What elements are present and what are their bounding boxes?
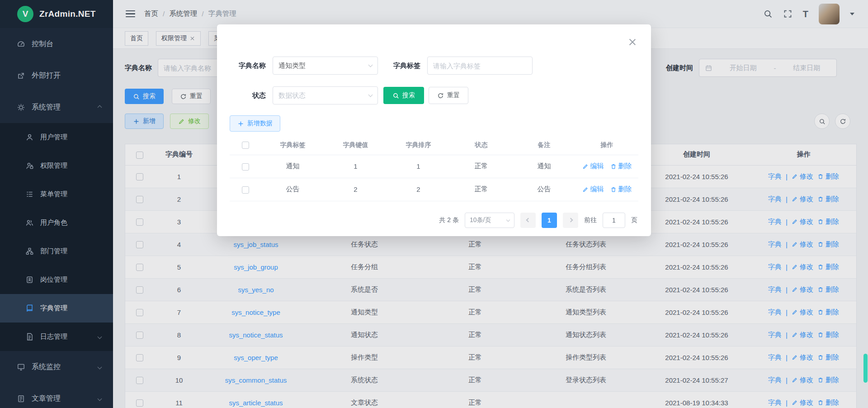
delete-icon [610, 186, 617, 193]
cell-remark: 通知 [513, 155, 576, 178]
edit-icon [582, 186, 589, 193]
header-remark: 备注 [513, 136, 576, 155]
plus-icon [237, 120, 244, 127]
page-size-select[interactable]: 10条/页 [465, 213, 514, 228]
select-all-checkbox[interactable] [242, 142, 249, 149]
dialog-reset-label: 重置 [447, 91, 460, 100]
cell-remark: 公告 [513, 178, 576, 201]
chevron-down-icon [506, 218, 510, 221]
refresh-icon [437, 92, 444, 99]
status-label: 状态 [230, 91, 266, 100]
page-unit-label: 页 [631, 216, 637, 224]
page-scrollbar[interactable] [863, 0, 868, 408]
row-operations: 编辑 删除 [576, 162, 638, 171]
dict-data-row: 公告 2 2 正常 公告 编辑 删除 [230, 178, 638, 201]
row-edit-link[interactable]: 编辑 [582, 185, 604, 194]
current-page-button[interactable]: 1 [542, 213, 557, 228]
row-delete-link[interactable]: 删除 [610, 185, 632, 194]
cell-dict-label: 通知 [261, 155, 324, 178]
pagination: 共 2 条 10条/页 1 前往 页 [230, 213, 638, 228]
row-delete-link[interactable]: 删除 [610, 162, 632, 171]
add-data-label: 新增数据 [247, 119, 273, 128]
pagination-total: 共 2 条 [439, 216, 459, 224]
dict-name-select-value: 通知类型 [278, 62, 306, 70]
add-data-button[interactable]: 新增数据 [230, 115, 280, 132]
status-select-placeholder: 数据状态 [278, 91, 306, 100]
cell-dict-sort: 2 [387, 178, 450, 201]
dict-data-dialog: 字典名称 通知类型 字典标签 状态 数据状态 搜索 重置 [217, 24, 651, 236]
dict-label-input[interactable] [427, 57, 533, 75]
page-size-value: 10条/页 [470, 216, 491, 224]
cell-dict-value: 2 [324, 178, 387, 201]
edit-icon [582, 163, 589, 170]
dict-data-row: 通知 1 1 正常 通知 编辑 删除 [230, 155, 638, 178]
header-dict-value: 字典键值 [324, 136, 387, 155]
chevron-down-icon [368, 93, 373, 97]
status-select[interactable]: 数据状态 [273, 86, 378, 104]
next-page-button[interactable] [563, 213, 578, 228]
dict-label-label: 字典标签 [384, 62, 420, 70]
header-status: 状态 [450, 136, 513, 155]
dict-name-label: 字典名称 [230, 62, 266, 70]
dialog-reset-button[interactable]: 重置 [429, 87, 468, 104]
dialog-form-row-1: 字典名称 通知类型 字典标签 [230, 57, 638, 75]
cell-status: 正常 [450, 155, 513, 178]
dialog-search-label: 搜索 [402, 91, 415, 100]
delete-icon [610, 163, 617, 170]
row-checkbox[interactable] [242, 186, 249, 194]
dialog-form-row-2: 状态 数据状态 搜索 重置 [230, 86, 638, 104]
goto-page-input[interactable] [603, 213, 625, 228]
header-dict-label: 字典标签 [261, 136, 324, 155]
chevron-left-icon [526, 218, 530, 223]
cell-status: 正常 [450, 178, 513, 201]
scrollbar-thumb[interactable] [863, 354, 868, 383]
chevron-down-icon [368, 63, 373, 67]
row-checkbox[interactable] [242, 163, 249, 171]
header-dict-sort: 字典排序 [387, 136, 450, 155]
dialog-table-header-row: 字典标签 字典键值 字典排序 状态 备注 操作 [230, 136, 638, 155]
header-operations: 操作 [576, 136, 638, 155]
row-edit-link[interactable]: 编辑 [582, 162, 604, 171]
close-icon[interactable] [628, 38, 637, 46]
dict-data-table: 字典标签 字典键值 字典排序 状态 备注 操作 通知 1 1 正常 通知 [230, 136, 638, 201]
cell-dict-sort: 1 [387, 155, 450, 178]
search-icon [392, 92, 399, 99]
dict-name-select[interactable]: 通知类型 [273, 57, 378, 75]
cell-dict-value: 1 [324, 155, 387, 178]
dialog-search-button[interactable]: 搜索 [383, 87, 424, 104]
prev-page-button[interactable] [520, 213, 536, 228]
goto-label: 前往 [584, 216, 597, 224]
cell-dict-label: 公告 [261, 178, 324, 201]
chevron-right-icon [568, 218, 573, 223]
row-operations: 编辑 删除 [576, 185, 638, 194]
